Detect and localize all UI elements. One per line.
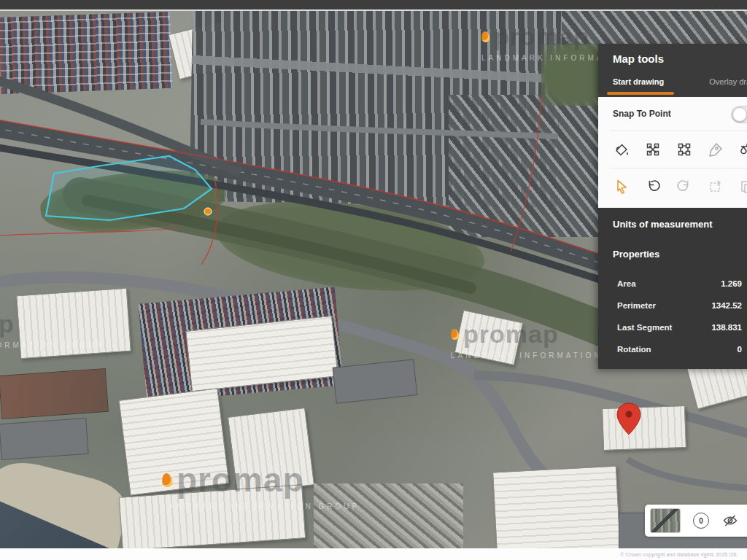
- undo-icon[interactable]: [643, 177, 662, 196]
- map-controls-toolbar: 0: [645, 505, 747, 537]
- select-cursor-icon[interactable]: [612, 177, 631, 196]
- divider: [0, 9, 747, 11]
- map-tools-panel: Map tools Start drawing Overlay drawing …: [598, 44, 747, 368]
- hide-annotations-button[interactable]: [721, 512, 739, 529]
- measurement-section: Units of measurement Properties Area 1.2…: [598, 208, 747, 369]
- draw-polygon-icon[interactable]: [643, 140, 662, 159]
- tool-row-draw: [598, 131, 747, 168]
- snap-to-point-label: Snap To Point: [613, 109, 671, 119]
- fill-area-icon[interactable]: [612, 140, 631, 159]
- copyright-text: © Crown copyright and database rights 20…: [620, 552, 747, 557]
- copy-shape-icon[interactable]: [738, 177, 747, 196]
- properties-list: Area 1.269 acres Perimeter 1342.52 ft La…: [598, 273, 747, 360]
- draw-rectangle-icon[interactable]: [675, 140, 694, 159]
- redo-icon[interactable]: [675, 177, 694, 196]
- tab-start-drawing[interactable]: Start drawing: [610, 73, 667, 86]
- property-last-segment: Last Segment 138.831 ft: [598, 316, 747, 338]
- location-pin[interactable]: [617, 403, 640, 435]
- panel-header: Map tools: [598, 44, 747, 73]
- snap-to-point-row: Snap To Point: [598, 97, 747, 131]
- active-tab-underline: [607, 92, 674, 95]
- tab-overlay-drawing[interactable]: Overlay drawing: [706, 73, 747, 86]
- measured-polygon[interactable]: [46, 156, 212, 220]
- property-rotation: Rotation 0 °: [598, 338, 747, 360]
- properties-header[interactable]: Properties: [613, 249, 747, 260]
- window-top-bar: [0, 0, 747, 9]
- attribution-bar: © Crown copyright and database rights 20…: [0, 548, 747, 560]
- units-of-measurement-header[interactable]: Units of measurement: [613, 219, 747, 230]
- panel-tabs: Start drawing Overlay drawing: [598, 73, 747, 97]
- transform-selection-icon[interactable]: [706, 177, 725, 196]
- measure-scale-icon[interactable]: [738, 140, 747, 159]
- minimap-thumbnail[interactable]: [650, 508, 681, 533]
- tool-row-edit: [598, 168, 747, 205]
- property-perimeter: Perimeter 1342.52 ft: [598, 295, 747, 316]
- toggle-knob: [732, 107, 747, 122]
- property-area: Area 1.269 acres: [598, 273, 747, 295]
- panel-title: Map tools: [613, 52, 664, 65]
- compass-icon: 0: [693, 513, 709, 529]
- pen-icon[interactable]: [706, 140, 725, 159]
- snap-to-point-toggle[interactable]: [731, 106, 747, 123]
- polygon-vertex-handle[interactable]: [204, 208, 212, 215]
- compass-reset-button[interactable]: 0: [692, 512, 710, 529]
- eye-off-icon: [721, 512, 739, 529]
- drawing-tools-section: Snap To Point: [598, 97, 747, 208]
